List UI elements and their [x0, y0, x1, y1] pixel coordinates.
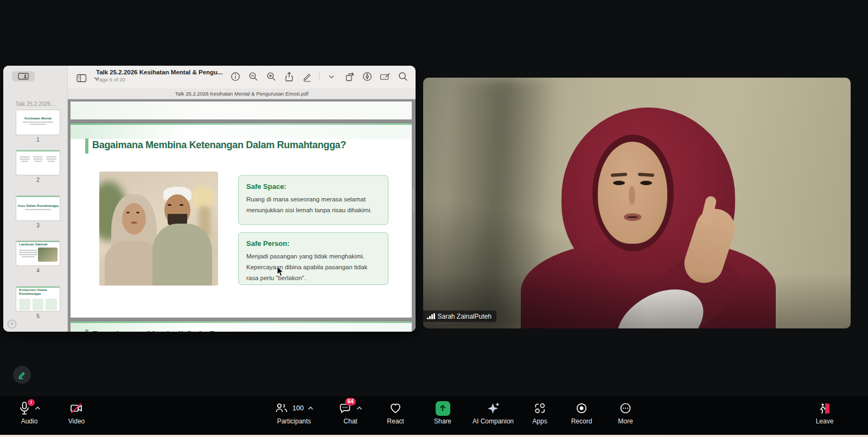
zoom-in-icon[interactable] — [265, 70, 277, 83]
sidebar-deck-title: Talk 25.2.2026... — [3, 101, 67, 107]
add-page-button[interactable]: + — [8, 320, 16, 328]
leave-door-icon — [818, 402, 832, 415]
page-indicator: Page 6 of 20 — [96, 77, 248, 83]
ai-companion-sparkle-icon — [486, 401, 501, 416]
zoom-meeting-window: Talk 25.2.2026... Kesihatan Mental 1 — [0, 0, 868, 437]
next-slide-partial-heading: Bagaimana Menjadi Safe Pe — [92, 330, 221, 332]
safe-person-heading: Safe Person: — [246, 239, 380, 248]
green-pencil-icon — [17, 370, 27, 379]
heart-icon — [388, 402, 403, 415]
speaker-video-tile: Sarah ZainalPuteh — [423, 78, 851, 328]
thumbnail-page-number: 4 — [16, 268, 60, 274]
share-screen-icon — [436, 401, 450, 416]
more-ellipsis-icon — [619, 402, 632, 415]
participants-icon — [275, 402, 289, 415]
next-page-fragment: Bagaimana Menjadi Safe Pe — [71, 321, 412, 332]
participants-options-chevron-icon[interactable] — [308, 406, 314, 410]
thumbnail-page-number: 2 — [16, 177, 60, 183]
bottom-edge-line — [0, 435, 868, 437]
thumbnail-page-4[interactable]: Landasan Sakinah 4 — [16, 241, 60, 274]
safe-space-body: Ruang di mana seseorang merasa selamat m… — [246, 194, 380, 216]
apps-icon — [533, 402, 547, 415]
couple-photo — [99, 172, 218, 286]
chat-unread-badge: 64 — [345, 398, 356, 406]
participants-button[interactable]: 100 Participants — [264, 400, 324, 425]
thumbnail-page-number: 5 — [16, 313, 60, 319]
info-icon[interactable] — [229, 70, 241, 83]
annotate-button[interactable] — [13, 366, 31, 384]
pdf-thumbnail-sidebar: Talk 25.2.2026... Kesihatan Mental 1 — [3, 66, 68, 332]
safe-space-box: Safe Space: Ruang di mana seseorang mera… — [238, 175, 388, 225]
thumbnail-page-5[interactable]: Komponen Utama Rumahtangga 5 — [16, 287, 60, 319]
rotate-icon[interactable] — [343, 70, 355, 83]
apps-button[interactable]: Apps — [518, 400, 561, 425]
safe-person-box: Safe Person: Menjadi pasangan yang tidak… — [238, 232, 388, 285]
markup-chevron-icon[interactable] — [326, 70, 337, 83]
mouse-cursor — [277, 266, 284, 277]
video-button[interactable]: Video — [59, 400, 94, 425]
ai-companion-button[interactable]: AI Companion — [464, 400, 522, 425]
thumbnail-page-2[interactable]: 2 — [16, 150, 60, 183]
thumbnail-page-1[interactable]: Kesihatan Mental 1 — [16, 110, 60, 143]
participants-count: 100 — [292, 404, 304, 412]
pdf-main-pane: Talk 25.2.2026 Kesihatan Mental & Pengu.… — [68, 66, 416, 332]
slide-title: Bagaimana Membina Ketenangan Dalam Rumah… — [92, 140, 404, 151]
sign-pen-icon[interactable] — [361, 70, 373, 83]
record-icon — [575, 402, 588, 415]
zoom-out-icon[interactable] — [247, 70, 259, 83]
react-button[interactable]: React — [374, 400, 417, 425]
chat-button[interactable]: 64 Chat — [329, 400, 372, 425]
form-fill-icon[interactable] — [379, 70, 391, 83]
pdf-viewer-window: Talk 25.2.2026... Kesihatan Mental 1 — [3, 66, 416, 332]
leave-button[interactable]: Leave — [803, 400, 846, 425]
audio-button[interactable]: ! Audio — [9, 400, 50, 425]
search-icon[interactable] — [397, 70, 409, 83]
previous-page-fragment — [71, 102, 412, 119]
document-title: Talk 25.2.2026 Kesihatan Mental & Pengu.… — [96, 69, 248, 75]
thumbnail-page-number: 3 — [16, 223, 60, 229]
speaker-name: Sarah ZainalPuteh — [438, 313, 492, 320]
slide-title-accent-bar — [85, 138, 88, 154]
thumbnail-page-number: 1 — [16, 137, 60, 143]
share-button[interactable]: Share — [421, 400, 464, 425]
chat-options-chevron-icon[interactable] — [356, 406, 362, 410]
meeting-control-toolbar: ! Audio Video — [0, 396, 868, 435]
speaker-name-tag: Sarah ZainalPuteh — [423, 311, 496, 322]
audio-alert-badge: ! — [28, 399, 35, 406]
audio-options-chevron-icon[interactable] — [35, 406, 41, 410]
pdf-document-area: Bagaimana Membina Ketenangan Dalam Rumah… — [68, 99, 416, 332]
more-button[interactable]: More — [604, 400, 647, 425]
screen-share-indicator-button[interactable] — [12, 71, 35, 81]
view-mode-icon[interactable] — [75, 72, 87, 85]
share-export-icon[interactable] — [283, 70, 295, 83]
safe-space-heading: Safe Space: — [246, 182, 380, 191]
thumbnail-page-3[interactable]: Asas Dalam Rumahtangga 3 — [16, 196, 60, 229]
current-slide-page: Bagaimana Membina Ketenangan Dalam Rumah… — [71, 123, 412, 318]
audio-level-icon — [427, 313, 435, 319]
record-button[interactable]: Record — [560, 400, 603, 425]
filename-bar: Talk 25.2.2026 Kesihatan Mental & Pengur… — [68, 88, 416, 99]
markup-pencil-icon[interactable] — [301, 70, 313, 83]
camera-off-icon — [69, 402, 84, 415]
toolbar-divider — [319, 72, 320, 81]
pdf-toolbar: Talk 25.2.2026 Kesihatan Mental & Pengu.… — [68, 66, 416, 88]
screen-person-icon — [18, 73, 29, 80]
pdf-scrollbar-thumb[interactable] — [412, 188, 414, 213]
safe-person-body: Menjadi pasangan yang tidak menghakimi. … — [246, 251, 380, 283]
